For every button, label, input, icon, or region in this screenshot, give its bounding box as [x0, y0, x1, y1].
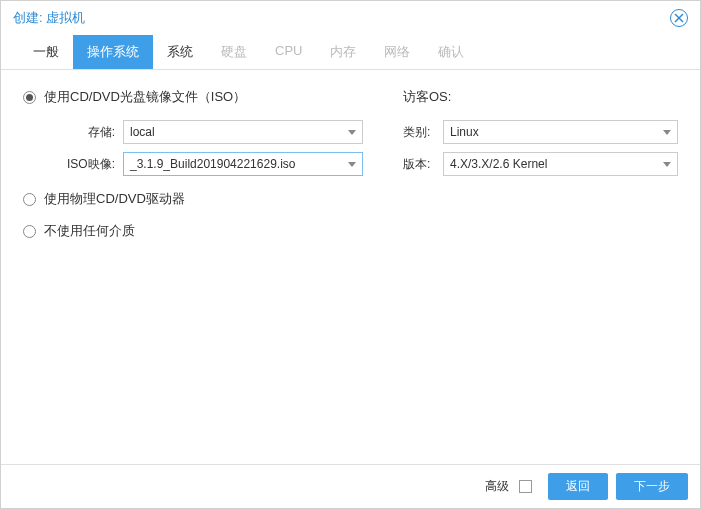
- tab-disk: 硬盘: [207, 35, 261, 69]
- storage-select[interactable]: local: [123, 120, 363, 144]
- radio-physical-row[interactable]: 使用物理CD/DVD驱动器: [23, 190, 363, 208]
- iso-label: ISO映像:: [23, 156, 123, 173]
- dialog-header: 创建: 虚拟机: [1, 1, 700, 35]
- tab-confirm: 确认: [424, 35, 478, 69]
- dialog-title: 创建: 虚拟机: [13, 9, 85, 27]
- storage-label: 存储:: [23, 124, 123, 141]
- advanced-label: 高级: [485, 478, 509, 495]
- tab-cpu: CPU: [261, 35, 316, 69]
- version-value: 4.X/3.X/2.6 Kernel: [450, 157, 547, 171]
- back-button[interactable]: 返回: [548, 473, 608, 500]
- radio-iso-row[interactable]: 使用CD/DVD光盘镜像文件（ISO）: [23, 88, 363, 106]
- tab-network: 网络: [370, 35, 424, 69]
- dialog-footer: 高级 返回 下一步: [1, 464, 700, 508]
- close-button[interactable]: [670, 9, 688, 27]
- radio-iso[interactable]: [23, 91, 36, 104]
- tab-memory: 内存: [316, 35, 370, 69]
- tab-general[interactable]: 一般: [19, 35, 73, 69]
- chevron-down-icon: [663, 130, 671, 135]
- storage-value: local: [130, 125, 155, 139]
- chevron-down-icon: [663, 162, 671, 167]
- version-select[interactable]: 4.X/3.X/2.6 Kernel: [443, 152, 678, 176]
- radio-physical[interactable]: [23, 193, 36, 206]
- tab-os[interactable]: 操作系统: [73, 35, 153, 69]
- radio-iso-label: 使用CD/DVD光盘镜像文件（ISO）: [44, 88, 246, 106]
- tab-system[interactable]: 系统: [153, 35, 207, 69]
- type-value: Linux: [450, 125, 479, 139]
- content-area: 使用CD/DVD光盘镜像文件（ISO） 存储: local ISO映像: _3.…: [1, 70, 700, 464]
- radio-physical-label: 使用物理CD/DVD驱动器: [44, 190, 185, 208]
- version-label: 版本:: [403, 156, 443, 173]
- next-button[interactable]: 下一步: [616, 473, 688, 500]
- type-select[interactable]: Linux: [443, 120, 678, 144]
- wizard-tabs: 一般 操作系统 系统 硬盘 CPU 内存 网络 确认: [1, 35, 700, 70]
- iso-value: _3.1.9_Build201904221629.iso: [130, 157, 295, 171]
- iso-select[interactable]: _3.1.9_Build201904221629.iso: [123, 152, 363, 176]
- radio-none[interactable]: [23, 225, 36, 238]
- type-label: 类别:: [403, 124, 443, 141]
- radio-none-row[interactable]: 不使用任何介质: [23, 222, 363, 240]
- guest-os-label: 访客OS:: [403, 88, 678, 106]
- advanced-checkbox[interactable]: [519, 480, 532, 493]
- radio-none-label: 不使用任何介质: [44, 222, 135, 240]
- chevron-down-icon: [348, 162, 356, 167]
- chevron-down-icon: [348, 130, 356, 135]
